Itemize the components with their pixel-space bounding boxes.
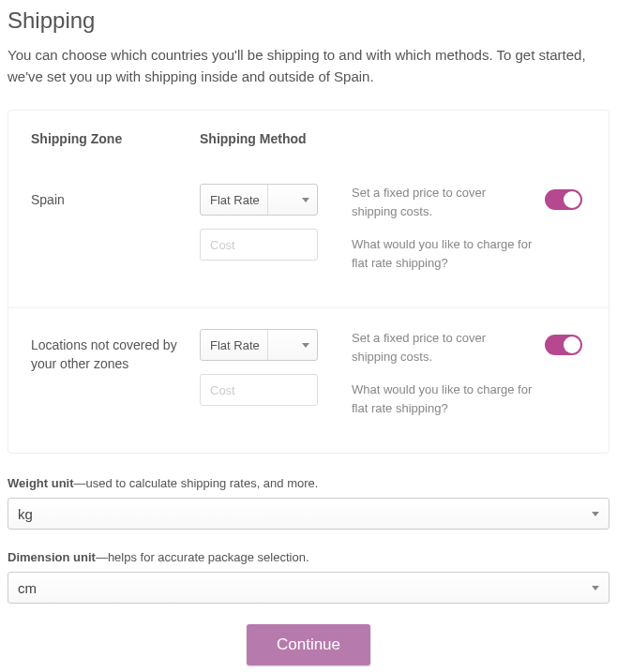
cost-input[interactable] [200, 229, 318, 261]
zones-header: Shipping Zone Shipping Method [8, 111, 609, 184]
dimension-unit-value: cm [18, 580, 37, 596]
shipping-method-select[interactable]: Flat Rate [200, 184, 318, 216]
chevron-down-icon [302, 343, 309, 348]
chevron-down-icon [592, 512, 599, 516]
dimension-unit-select[interactable]: cm [8, 572, 609, 604]
shipping-method-value: Flat Rate [210, 193, 260, 207]
continue-button[interactable]: Continue [247, 624, 370, 665]
zone-row: Locations not covered by your other zone… [8, 307, 609, 453]
cost-input[interactable] [200, 374, 318, 406]
shipping-zones-card: Shipping Zone Shipping Method Spain Flat… [8, 110, 609, 454]
zone-enable-toggle[interactable] [545, 189, 582, 210]
zone-name: Locations not covered by your other zone… [31, 329, 200, 373]
method-desc: Set a fixed price to cover shipping cost… [352, 329, 534, 366]
method-desc: Set a fixed price to cover shipping cost… [352, 184, 534, 220]
shipping-method-value: Flat Rate [210, 338, 260, 352]
weight-unit-select[interactable]: kg [8, 498, 609, 530]
intro-text: You can choose which countries you'll be… [8, 45, 609, 87]
zone-row: Spain Flat Rate Set a fixed price to cov… [8, 184, 609, 307]
chevron-down-icon [592, 586, 599, 590]
shipping-method-select[interactable]: Flat Rate [200, 329, 318, 361]
weight-unit-value: kg [18, 506, 33, 522]
cost-desc: What would you like to charge for flat r… [352, 235, 534, 272]
zone-name: Spain [31, 184, 200, 210]
zone-enable-toggle[interactable] [545, 335, 582, 355]
cost-desc: What would you like to charge for flat r… [352, 381, 534, 417]
col-header-zone: Shipping Zone [31, 131, 200, 146]
col-header-method: Shipping Method [200, 131, 307, 146]
page-title: Shipping [8, 7, 609, 34]
weight-unit-label: Weight unit—used to calculate shipping r… [8, 476, 609, 490]
dimension-unit-label: Dimension unit—helps for accurate packag… [8, 550, 609, 564]
chevron-down-icon [302, 198, 309, 202]
